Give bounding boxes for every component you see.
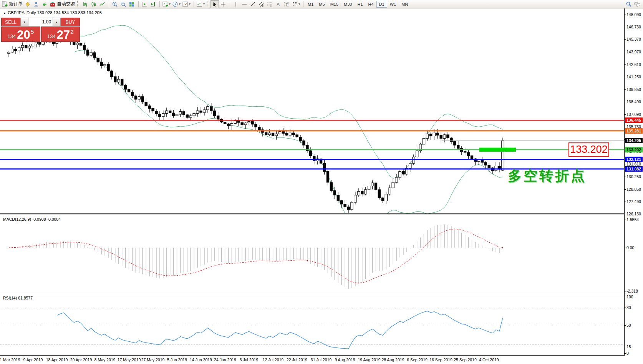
text-icon: A — [275, 1, 281, 7]
fibonacci-tool-button[interactable]: F — [265, 0, 274, 8]
price-badge: 131.082 — [625, 166, 643, 172]
panel-divider[interactable] — [0, 294, 624, 295]
toolbar-separator — [192, 1, 194, 7]
timeframe-h1-button[interactable]: H1 — [355, 1, 365, 8]
volume-input[interactable] — [28, 18, 53, 26]
timeframe-w1-button[interactable]: W1 — [387, 1, 399, 8]
market-button[interactable] — [23, 0, 32, 8]
sell-price-sup: 5 — [31, 28, 34, 35]
text-tool-button[interactable]: A — [274, 0, 282, 8]
price-badge: 132.121 — [625, 157, 643, 162]
new-order-icon — [2, 1, 8, 7]
price-axis[interactable]: 148.090146.730145.370143.970142.610141.2… — [624, 8, 643, 356]
arrows-icon — [292, 1, 298, 7]
buy-button[interactable]: BUY — [61, 18, 80, 26]
buy-price-big: 27 — [57, 30, 70, 40]
tile-windows-button[interactable] — [128, 0, 136, 8]
search-button[interactable] — [625, 0, 633, 8]
axis-tick-label: 148.090 — [626, 12, 641, 17]
trendline-tool-button[interactable] — [249, 0, 257, 8]
sell-button[interactable]: SELL — [1, 18, 20, 26]
timeframe-m5-button[interactable]: M5 — [316, 1, 327, 8]
zoom-in-button[interactable] — [111, 0, 119, 8]
sell-price-button[interactable]: 134 20 5 — [1, 26, 40, 42]
toolbar-separator — [302, 1, 303, 7]
one-click-trading-panel: SELL ▼ ▲ BUY 134 20 5 134 27 2 — [1, 18, 80, 42]
sell-price-prefix: 134 — [7, 33, 16, 39]
toolbar-separator — [228, 1, 230, 7]
turning-point-text[interactable]: 多空转折点 — [508, 167, 587, 185]
vertical-line-tool-button[interactable] — [232, 0, 240, 8]
chat-button[interactable] — [633, 0, 641, 8]
search-icon — [626, 1, 632, 7]
date-label: 27 May 2019 — [141, 357, 165, 362]
horizontal-line-tool-button[interactable] — [240, 0, 249, 8]
dropdown-caret-icon: ▾ — [179, 2, 181, 6]
timeframe-m15-button[interactable]: M15 — [328, 1, 341, 8]
new-chart-button[interactable]: ▾ — [161, 0, 171, 8]
date-label: 28 Aug 2019 — [382, 357, 404, 362]
volume-down-button[interactable]: ▼ — [20, 18, 28, 26]
volume-up-button[interactable]: ▲ — [53, 18, 61, 26]
new-order-button[interactable]: 新订单 — [1, 0, 23, 8]
rsi-panel[interactable] — [0, 295, 624, 355]
svg-text:A: A — [277, 2, 280, 7]
date-axis[interactable]: 31 Mar 20199 Apr 201918 Apr 201929 Apr 2… — [0, 356, 624, 364]
macd-label: MACD(12,26,9) -0.0908 -0.0004 — [3, 217, 61, 222]
price-badge: 134.205 — [625, 138, 643, 143]
macd-panel[interactable] — [0, 215, 624, 293]
templates-button[interactable]: ▾ — [181, 0, 191, 8]
price-callout-label[interactable]: 133.202 — [568, 142, 609, 157]
zoom-out-icon — [120, 1, 126, 7]
chart-shift-icon — [150, 1, 156, 7]
timeframe-m1-button[interactable]: M1 — [305, 1, 316, 8]
indicators-button[interactable]: ▾ — [196, 0, 205, 8]
dropdown-caret-icon: ▾ — [189, 2, 191, 6]
timeframe-d1-button[interactable]: D1 — [376, 1, 387, 8]
buy-price-button[interactable]: 134 27 2 — [41, 26, 80, 42]
text-label-tool-button[interactable]: T — [282, 0, 291, 8]
axis-tick-label: 100 — [626, 295, 633, 299]
axis-tick-label: 138.490 — [626, 99, 641, 104]
clock-icon — [172, 1, 178, 7]
axis-tick-label: 128.850 — [626, 187, 641, 192]
equidistant-channel-icon: E — [258, 1, 264, 7]
axis-tick-label: 50 — [626, 323, 631, 328]
axis-tick-label: 126.130 — [626, 212, 641, 216]
panel-divider[interactable] — [0, 213, 624, 215]
channel-tool-button[interactable]: E — [257, 0, 265, 8]
autotrading-label: 自动交易 — [57, 1, 75, 7]
signals-button[interactable] — [32, 0, 40, 8]
date-label: 16 Sep 2019 — [429, 357, 452, 362]
periods-button[interactable]: ▾ — [171, 0, 181, 8]
collapse-panel-icon[interactable]: ▲ — [3, 12, 6, 15]
bar-chart-icon — [82, 1, 88, 7]
axis-tick-label: 130.250 — [626, 174, 641, 179]
auto-scroll-button[interactable] — [140, 0, 149, 8]
buy-price-sup: 2 — [70, 28, 73, 35]
date-label: 31 Jul 2019 — [311, 357, 331, 362]
chart-shift-button[interactable] — [149, 0, 157, 8]
cursor-icon — [212, 1, 218, 7]
crosshair-tool-button[interactable] — [219, 0, 227, 8]
cursor-tool-button[interactable] — [210, 0, 219, 8]
axis-tick-label: 141.250 — [626, 74, 641, 79]
candlestick-chart-button[interactable] — [89, 0, 98, 8]
axis-tick-label: 0 — [626, 351, 629, 356]
zoom-out-button[interactable] — [119, 0, 128, 8]
timeframe-h4-button[interactable]: H4 — [366, 1, 376, 8]
toolbar-separator — [158, 1, 160, 7]
date-label: 12 Jul 2019 — [263, 357, 283, 362]
axis-tick-label: 127.490 — [626, 199, 641, 204]
axis-tick-label: 146.730 — [626, 25, 641, 29]
date-label: 8 May 2019 — [94, 357, 116, 362]
axis-tick-label: 80 — [626, 305, 631, 310]
news-button[interactable] — [40, 0, 49, 8]
timeframe-m30-button[interactable]: M30 — [341, 1, 355, 8]
line-chart-button[interactable] — [98, 0, 106, 8]
autotrading-button[interactable]: 自动交易 — [49, 0, 76, 8]
timeframe-mn-button[interactable]: MN — [399, 1, 411, 8]
date-label: 9 Aug 2019 — [335, 357, 355, 362]
arrows-tool-button[interactable]: ▾ — [291, 0, 301, 8]
bar-chart-button[interactable] — [81, 0, 89, 8]
